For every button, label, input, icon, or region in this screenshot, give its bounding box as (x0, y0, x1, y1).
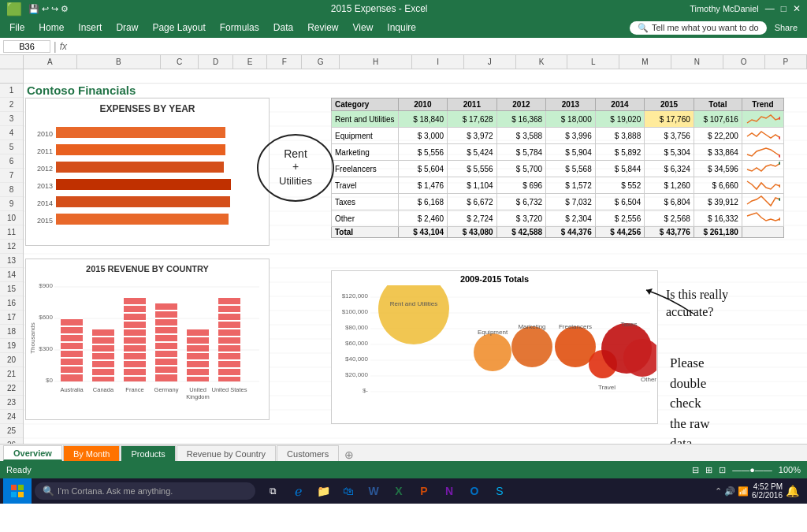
row-8[interactable]: 8 (0, 183, 23, 197)
row-7[interactable]: 7 (0, 169, 23, 183)
svg-text:Australia: Australia (60, 386, 84, 393)
row-14[interactable]: 14 (0, 268, 23, 282)
task-view-button[interactable]: ⧉ (262, 480, 284, 502)
menu-file[interactable]: File (3, 20, 31, 35)
quick-access-toolbar: 🟩 💾 ↩ ↪ ⚙ (6, 2, 69, 17)
row-6[interactable]: 6 (0, 154, 23, 169)
col-b[interactable]: B (77, 55, 161, 69)
svg-text:$100,000: $100,000 (342, 308, 369, 315)
col-d[interactable]: D (199, 55, 233, 69)
row-18[interactable]: 18 (0, 325, 23, 339)
row-13[interactable]: 13 (0, 254, 23, 268)
tell-me-box[interactable]: 🔍 Tell me what you want to do (630, 21, 767, 35)
tab-bymonth[interactable]: By Month (63, 445, 120, 461)
zoom-slider[interactable]: ——●—— (732, 465, 772, 474)
row-22[interactable]: 22 (0, 381, 23, 396)
start-button[interactable] (3, 478, 32, 504)
contoso-title: Contoso Financials (27, 84, 136, 97)
col-h[interactable]: H (340, 55, 412, 69)
th-category: Category (332, 99, 399, 111)
search-icon: 🔍 (638, 23, 649, 33)
formula-input[interactable] (70, 42, 804, 51)
row-10[interactable]: 10 (0, 211, 23, 225)
notifications-icon[interactable]: 🔔 (786, 485, 799, 497)
share-button[interactable]: Share (768, 21, 804, 34)
window-close[interactable]: ✕ (793, 3, 801, 14)
row-3[interactable]: 3 (0, 112, 23, 126)
row-23[interactable]: 23 (0, 396, 23, 410)
edge-icon[interactable]: ℯ (287, 480, 309, 502)
tab-customers[interactable]: Customers (277, 445, 339, 461)
col-o[interactable]: O (723, 55, 765, 69)
view-normal-icon[interactable]: ⊟ (692, 465, 699, 475)
menu-formulas[interactable]: Formulas (214, 20, 266, 35)
svg-rect-161 (18, 485, 24, 490)
menu-page-layout[interactable]: Page Layout (146, 20, 211, 35)
row-20[interactable]: 20 (0, 353, 23, 367)
revenue-chart: 2015 REVENUE BY COUNTRY $900 $600 $300 $… (25, 259, 270, 420)
row-5[interactable]: 5 (0, 140, 23, 154)
menu-review[interactable]: Review (301, 20, 344, 35)
window-maximize[interactable]: □ (781, 3, 787, 14)
col-l[interactable]: L (567, 55, 619, 69)
svg-text:Canada: Canada (93, 386, 114, 393)
th-trend: Trend (742, 99, 783, 111)
powerpoint-icon[interactable]: P (413, 480, 435, 502)
row-26[interactable]: 26 (0, 438, 23, 444)
row-2[interactable]: 2 (0, 98, 23, 112)
store-icon[interactable]: 🛍 (337, 480, 359, 502)
svg-rect-42 (56, 214, 229, 225)
row-24[interactable]: 24 (0, 410, 23, 424)
onenote-icon[interactable]: N (438, 480, 460, 502)
cortana-search[interactable]: 🔍 I'm Cortana. Ask me anything. (35, 482, 255, 500)
col-c[interactable]: C (161, 55, 199, 69)
col-e[interactable]: E (233, 55, 268, 69)
svg-text:Marketing: Marketing (518, 323, 545, 330)
col-m[interactable]: M (619, 55, 671, 69)
row-12[interactable]: 12 (0, 240, 23, 254)
col-k[interactable]: K (516, 55, 568, 69)
outlook-icon[interactable]: O (463, 480, 485, 502)
col-j[interactable]: J (464, 55, 516, 69)
view-layout-icon[interactable]: ⊞ (705, 465, 712, 475)
menu-view[interactable]: View (347, 20, 380, 35)
tab-revenue-country[interactable]: Revenue by Country (177, 445, 276, 461)
col-i[interactable]: I (412, 55, 464, 69)
svg-text:$44,376: $44,376 (234, 181, 260, 189)
row-15[interactable]: 15 (0, 282, 23, 296)
row-21[interactable]: 21 (0, 367, 23, 381)
row-11[interactable]: 11 (0, 225, 23, 240)
skype-icon[interactable]: S (489, 480, 511, 502)
status-left: Ready (6, 465, 32, 474)
row-4[interactable]: 4 (0, 126, 23, 140)
col-p[interactable]: P (765, 55, 807, 69)
window-minimize[interactable]: — (765, 3, 775, 14)
excel-icon[interactable]: X (388, 480, 410, 502)
tab-add-button[interactable]: ⊕ (340, 448, 359, 461)
menu-data[interactable]: Data (267, 20, 299, 35)
menu-inquire[interactable]: Inquire (381, 20, 422, 35)
col-f[interactable]: F (267, 55, 302, 69)
row-16[interactable]: 16 (0, 296, 23, 311)
col-g[interactable]: G (302, 55, 340, 69)
row-17[interactable]: 17 (0, 311, 23, 325)
row-9[interactable]: 9 (0, 197, 23, 211)
tab-products[interactable]: Products (121, 445, 175, 461)
row-1[interactable]: 1 (0, 84, 23, 98)
col-n[interactable]: N (671, 55, 723, 69)
explorer-icon[interactable]: 📁 (312, 480, 334, 502)
row-25[interactable]: 25 (0, 424, 23, 438)
col-a[interactable]: A (24, 55, 77, 69)
svg-point-141 (378, 285, 449, 344)
menu-insert[interactable]: Insert (72, 20, 108, 35)
tab-overview[interactable]: Overview (3, 445, 62, 461)
menu-home[interactable]: Home (32, 20, 70, 35)
menu-draw[interactable]: Draw (110, 20, 144, 35)
svg-point-143 (474, 333, 511, 371)
name-box[interactable] (3, 40, 50, 53)
word-icon[interactable]: W (363, 480, 385, 502)
row-19[interactable]: 19 (0, 339, 23, 353)
view-pagebreak-icon[interactable]: ⊡ (719, 465, 726, 475)
svg-text:$600: $600 (39, 314, 53, 321)
svg-rect-160 (11, 485, 17, 490)
